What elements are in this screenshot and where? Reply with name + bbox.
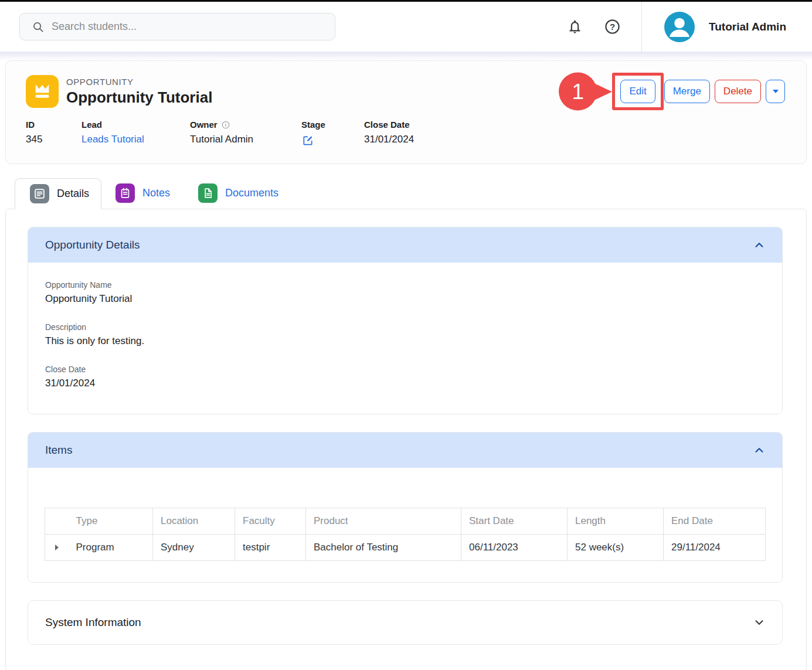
annotation-highlight-box: 1 Edit (612, 73, 663, 110)
documents-tab-icon (198, 183, 218, 203)
meta-id: ID 345 (26, 120, 81, 148)
merge-button[interactable]: Merge (664, 80, 710, 103)
cell-faculty: testpir (235, 535, 306, 561)
lead-link[interactable]: Leads Tutorial (81, 134, 190, 145)
entity-label: OPPORTUNITY (66, 77, 212, 87)
tab-details[interactable]: Details (15, 178, 101, 209)
header-top-row: OPPORTUNITY Opportunity Tutorial 1 Edit … (6, 61, 806, 114)
search-icon (32, 21, 45, 33)
field-opportunity-name: Opportunity Name Opportunity Tutorial (45, 280, 765, 305)
cell-length: 52 week(s) (568, 535, 664, 561)
svg-text:?: ? (609, 22, 614, 32)
caret-right-icon (55, 545, 59, 550)
chevron-up-icon (752, 443, 767, 458)
edit-button[interactable]: Edit (620, 80, 655, 103)
expand-column-header (45, 508, 69, 535)
chevron-up-icon (752, 237, 767, 253)
items-title: Items (45, 444, 72, 457)
field-close-date: Close Date 31/01/2024 (45, 365, 765, 389)
user-menu[interactable]: Tutorial Admin (642, 12, 812, 42)
column-header-type: Type (69, 508, 153, 535)
expand-row-cell (45, 535, 69, 561)
meta-lead-label: Lead (81, 120, 190, 130)
meta-owner: Owner Tutorial Admin (190, 120, 301, 148)
meta-close-date-label: Close Date (364, 120, 414, 130)
tab-documents[interactable]: Documents (184, 178, 293, 209)
tab-notes-label: Notes (142, 187, 170, 199)
meta-lead: Lead Leads Tutorial (81, 120, 190, 148)
annotation-step-balloon: 1 (559, 73, 597, 111)
opportunity-details-header[interactable]: Opportunity Details (28, 227, 782, 263)
field-label: Close Date (45, 365, 765, 374)
meta-stage-label: Stage (301, 120, 364, 130)
more-actions-button[interactable] (766, 80, 785, 103)
meta-close-date-value: 31/01/2024 (364, 134, 414, 145)
tab-strip: Details Notes Documents (5, 178, 807, 209)
items-section: Items Type Location Faculty Product Star… (28, 432, 783, 583)
items-header[interactable]: Items (28, 433, 782, 468)
search-box[interactable] (19, 13, 335, 40)
expand-row-icon[interactable] (53, 542, 61, 553)
delete-button[interactable]: Delete (715, 80, 761, 103)
field-description: Description This is only for testing. (45, 322, 765, 347)
meta-owner-value: Tutorial Admin (190, 134, 301, 145)
details-tab-icon (30, 184, 49, 203)
field-label: Opportunity Name (45, 280, 765, 290)
field-value: Opportunity Tutorial (45, 293, 765, 305)
chevron-down-icon (752, 615, 767, 630)
opportunity-details-section: Opportunity Details Opportunity Name Opp… (28, 227, 783, 414)
column-header-length: Length (568, 508, 664, 535)
field-value: 31/01/2024 (45, 377, 765, 389)
tab-details-label: Details (57, 188, 89, 200)
header-titles: OPPORTUNITY Opportunity Tutorial (66, 77, 212, 107)
search-input[interactable] (52, 21, 327, 33)
meta-id-label: ID (26, 120, 81, 130)
column-header-location: Location (153, 508, 235, 535)
column-header-start-date: Start Date (461, 508, 568, 535)
field-label: Description (45, 322, 765, 332)
details-tab-panel: Opportunity Details Opportunity Name Opp… (5, 209, 807, 670)
tab-documents-label: Documents (225, 187, 278, 199)
cell-start-date: 06/11/2023 (461, 535, 568, 561)
annotation-step-number: 1 (572, 79, 585, 104)
system-information-section[interactable]: System Information (28, 600, 783, 645)
notes-tab-icon (115, 183, 135, 203)
opportunity-details-title: Opportunity Details (45, 239, 140, 251)
items-table-header-row: Type Location Faculty Product Start Date… (45, 508, 766, 535)
topbar: ? Tutorial Admin (0, 2, 812, 52)
system-information-title: System Information (45, 616, 141, 629)
items-body: Type Location Faculty Product Start Date… (28, 468, 782, 582)
table-row[interactable]: Program Sydney testpir Bachelor of Testi… (45, 535, 766, 561)
meta-row: ID 345 Lead Leads Tutorial Owner Tutoria… (6, 114, 806, 164)
help-icon[interactable]: ? (599, 14, 625, 40)
opportunity-header-card: OPPORTUNITY Opportunity Tutorial 1 Edit … (5, 60, 807, 164)
cell-type: Program (69, 535, 153, 561)
info-icon (221, 120, 230, 130)
opportunity-crown-icon (26, 75, 59, 108)
column-header-faculty: Faculty (235, 508, 306, 535)
page-title: Opportunity Tutorial (66, 89, 212, 107)
cell-product: Bachelor of Testing (306, 535, 461, 561)
tab-notes[interactable]: Notes (101, 178, 184, 209)
meta-id-value: 345 (26, 134, 81, 145)
meta-owner-label-row: Owner (190, 120, 301, 130)
chevron-down-icon (773, 90, 779, 93)
notifications-bell-icon[interactable] (562, 14, 587, 40)
cell-location: Sydney (153, 535, 235, 561)
cell-end-date: 29/11/2024 (664, 535, 766, 561)
items-table: Type Location Faculty Product Start Date… (45, 508, 766, 561)
field-value: This is only for testing. (45, 335, 765, 347)
stage-edit-icon[interactable] (301, 135, 314, 148)
column-header-end-date: End Date (664, 508, 766, 535)
opportunity-details-body: Opportunity Name Opportunity Tutorial De… (28, 263, 782, 414)
meta-stage: Stage (301, 120, 364, 148)
column-header-product: Product (306, 508, 461, 535)
topbar-shadow (0, 52, 812, 60)
meta-owner-label: Owner (190, 120, 218, 130)
header-actions: 1 Edit Merge Delete (612, 73, 785, 110)
user-name: Tutorial Admin (709, 21, 786, 33)
meta-close-date: Close Date 31/01/2024 (364, 120, 414, 148)
avatar (664, 12, 695, 42)
